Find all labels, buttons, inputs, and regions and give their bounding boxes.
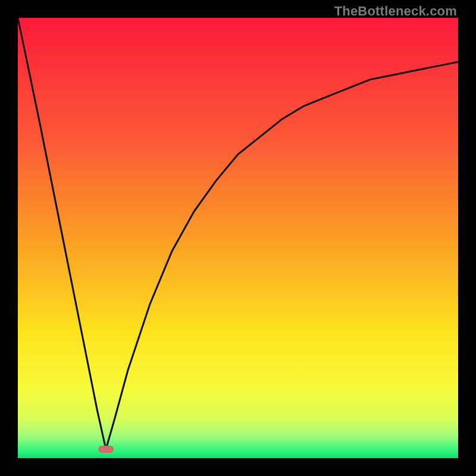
bottleneck-curve [18,18,458,458]
plot-area [18,18,458,458]
optimum-marker [98,446,114,453]
watermark-text: TheBottleneck.com [334,4,457,19]
chart-frame: TheBottleneck.com [0,0,476,476]
